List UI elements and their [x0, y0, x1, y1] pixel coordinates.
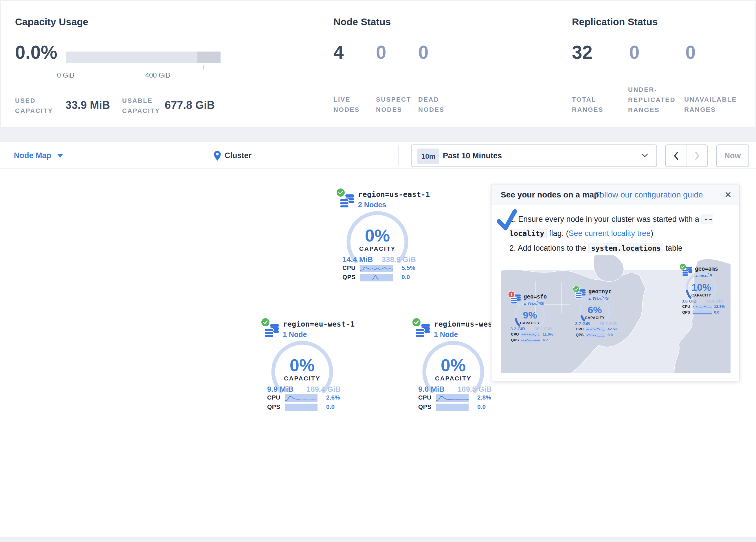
region-capacity-percent: 0%: [424, 355, 482, 375]
cpu-value: 5.5%: [401, 264, 415, 271]
time-step-forward-button[interactable]: [687, 145, 708, 166]
cpu-value: 2.6%: [326, 394, 340, 401]
page-footer-strip: [0, 537, 756, 542]
system-locations-code: system.locations: [588, 243, 663, 253]
map-node-geo-sfo[interactable]: 1 geo=sfo 2 Nodes 9% CAPACITY 3.2 GiB 35…: [506, 289, 555, 345]
cpu-label: CPU: [418, 394, 432, 401]
breadcrumb-cluster-label: Cluster: [225, 151, 252, 160]
database-nodes-icon: [264, 324, 279, 338]
step-text: flag. (: [547, 229, 568, 238]
view-selector-label: Node Map: [14, 151, 51, 160]
map-node-geo-nyc[interactable]: geo=nyc 2 Nodes 6% CAPACITY 3.7 GiB 65.7…: [571, 284, 620, 340]
cluster-summary-panel: Capacity Usage 0.0% 0 GiB 400 GiB USED C…: [1, 1, 755, 127]
config-step-1: 1. Ensure every node in your cluster was…: [509, 212, 731, 240]
mini-used-capacity: 3.7 GiB: [575, 321, 590, 326]
view-selector-dropdown[interactable]: Node Map: [14, 142, 63, 169]
unavailable-ranges-label: UNAVAILABLE RANGES: [684, 94, 748, 115]
region-group-us-east-1[interactable]: region=us-east-1 2 Nodes 0% CAPACITY 14.…: [320, 187, 436, 288]
qps-label: QPS: [342, 274, 356, 281]
database-nodes-icon: [340, 194, 355, 208]
time-step-back-button[interactable]: [666, 145, 687, 166]
usable-capacity-label: USABLE CAPACITY: [122, 95, 166, 116]
step-text: Add locations to the: [518, 244, 589, 252]
capacity-gauge-label: CAPACITY: [343, 245, 412, 252]
region-used-capacity: 9.6 MiB: [418, 385, 445, 394]
chevron-down-icon: [58, 154, 63, 157]
cpu-sparkline: [285, 394, 318, 402]
qps-sparkline: [360, 274, 393, 282]
time-range-value: Past 10 Minutes: [443, 145, 502, 166]
dead-nodes-label: DEAD NODES: [418, 94, 450, 115]
qps-label: QPS: [576, 333, 583, 337]
qps-sparkline: [285, 404, 318, 411]
now-button[interactable]: Now: [716, 144, 749, 167]
region-group-eu-west-1[interactable]: region=eu-west-1 1 Node 0% CAPACITY 9.9 …: [245, 317, 360, 418]
qps-value: 4.7: [543, 338, 548, 342]
mini-capacity-label: CAPACITY: [513, 321, 547, 325]
mini-capacity-percent: 6%: [580, 304, 609, 316]
close-icon[interactable]: ✕: [724, 184, 732, 205]
region-total-capacity: 338.9 GiB: [380, 255, 416, 264]
map-node-locality: geo=nyc: [588, 288, 612, 295]
region-total-capacity: 169.4 GiB: [305, 385, 341, 394]
qps-label: QPS: [418, 403, 432, 410]
cpu-value: 2.8%: [477, 394, 491, 401]
mini-capacity-percent: 9%: [515, 310, 544, 321]
qps-label: QPS: [511, 338, 519, 342]
step-number: 2.: [509, 244, 516, 252]
cpu-sparkline: [586, 327, 605, 332]
capacity-axis-label-400: 400 GiB: [140, 71, 175, 79]
capacity-axis-tick: [158, 65, 158, 69]
locality-tree-link[interactable]: See current locality tree: [568, 229, 651, 238]
mini-total-capacity: 34.4 GiB: [704, 299, 723, 304]
map-node-locality: geo=ams: [695, 265, 718, 272]
breadcrumb[interactable]: Cluster: [214, 142, 252, 169]
cpu-metric-row: CPU 2.6%: [245, 394, 360, 402]
capacity-usage-title: Capacity Usage: [15, 16, 88, 27]
qps-value: 0.0: [401, 274, 410, 281]
region-capacity-percent: 0%: [273, 355, 331, 375]
cpu-metric-row: CPU 2.8%: [396, 394, 511, 402]
qps-value: 0.0: [714, 310, 719, 315]
mini-used-capacity: 3.6 GiB: [682, 299, 697, 304]
configuration-guide-link[interactable]: Follow our configuration guide: [595, 184, 703, 205]
done-check-mark-icon: [495, 209, 520, 234]
capacity-used-percent: 0.0%: [15, 42, 57, 63]
map-pin-icon: [214, 150, 221, 161]
under-replicated-label: UNDER-REPLICATED RANGES: [628, 84, 686, 115]
dead-nodes-count: 0: [418, 42, 429, 63]
cpu-label: CPU: [342, 264, 356, 271]
region-nodes-link[interactable]: 1 Node: [434, 330, 458, 339]
chevron-right-icon: [694, 151, 700, 160]
qps-value: 0.0: [608, 333, 613, 337]
database-nodes-icon: [415, 324, 430, 338]
map-node-geo-ams[interactable]: geo=ams 1 Node 10% CAPACITY 3.6 GiB 34.4…: [678, 261, 727, 317]
qps-sparkline: [586, 333, 605, 337]
cpu-sparkline: [693, 305, 712, 309]
capacity-gauge-label: CAPACITY: [419, 375, 488, 382]
chevron-down-icon: [641, 153, 648, 158]
cpu-metric-row: CPU 12.3%: [678, 304, 727, 310]
qps-sparkline: [693, 311, 712, 315]
under-replicated-count: 0: [629, 42, 640, 63]
region-used-capacity: 14.4 MiB: [342, 255, 373, 264]
region-capacity-percent: 0%: [348, 225, 406, 245]
cpu-value: 11.0%: [543, 332, 553, 337]
region-nodes-link[interactable]: 1 Node: [283, 330, 307, 339]
time-range-selector[interactable]: 10m Past 10 Minutes: [411, 144, 657, 167]
qps-metric-row: QPS 0.0: [571, 333, 620, 338]
capacity-axis-tick: [203, 65, 203, 69]
popup-header: See your nodes on a map! Follow our conf…: [491, 184, 739, 205]
region-nodes-link[interactable]: 2 Nodes: [358, 201, 386, 209]
capacity-axis-label-0: 0 GiB: [51, 71, 80, 79]
capacity-bar-reserved-segment: [197, 52, 221, 63]
qps-metric-row: QPS 0.0: [396, 403, 511, 412]
qps-label: QPS: [682, 310, 690, 315]
qps-metric-row: QPS 0.0: [678, 310, 727, 315]
time-range-badge: 10m: [417, 148, 439, 164]
usable-capacity-value: 677.8 GiB: [165, 99, 215, 111]
map-node-locality: geo=sfo: [524, 293, 547, 300]
mini-total-capacity: 65.7 GiB: [598, 321, 617, 326]
qps-metric-row: QPS 0.0: [245, 403, 360, 412]
capacity-bar: [66, 52, 221, 63]
